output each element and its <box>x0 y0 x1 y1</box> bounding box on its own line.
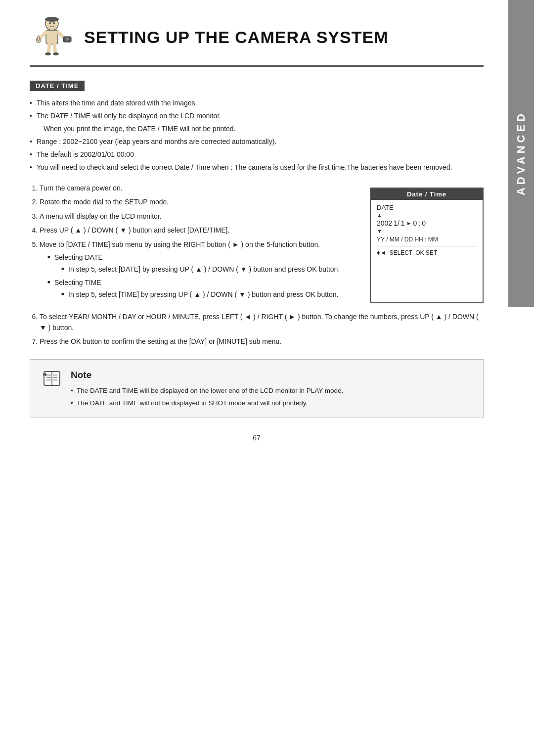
step-3: A menu will display on the LCD monitor. <box>40 211 355 222</box>
mascot-icon <box>30 15 74 59</box>
steps-list: Turn the camera power on. Rotate the mod… <box>30 183 355 300</box>
bullet-item-1: This alters the time and date stored wit… <box>30 98 484 108</box>
header-section: SETTING UP THE CAMERA SYSTEM <box>30 15 484 67</box>
step-6: To select YEAR/ MONTH / DAY or HOUR / MI… <box>40 311 484 333</box>
steps-col: Turn the camera power on. Rotate the mod… <box>30 183 355 303</box>
bullet-list: This alters the time and date stored wit… <box>30 98 484 173</box>
note-icon-area <box>41 368 63 389</box>
note-bullet-1: The DATE and TIME will be displayed on t… <box>71 385 472 396</box>
lcd-box: Date / Time DATE ▲ 2002 1/ 1 ► 0 : 0 ▼ Y… <box>370 188 484 303</box>
bullet-item-4: Range : 2002~2100 year (leap years and m… <box>30 137 484 147</box>
bullet-item-2: The DATE / TIME will only be displayed o… <box>30 111 484 121</box>
bullet-item-3: When you print the image, the DATE / TIM… <box>30 124 484 134</box>
svg-line-12 <box>48 44 49 53</box>
note-bullets: The DATE and TIME will be displayed on t… <box>71 385 472 408</box>
lcd-year: 2002 <box>377 219 392 227</box>
lcd-ok-label: OK SET <box>415 249 437 256</box>
page-container: ADVANCED <box>0 0 534 756</box>
bullet-item-5: The default is 2002/01/01 00:00 <box>30 149 484 160</box>
page-number: 67 <box>30 434 484 442</box>
svg-point-9 <box>66 38 69 41</box>
sidebar-label: ADVANCED <box>515 111 528 195</box>
lcd-date-label: DATE <box>377 204 477 211</box>
lcd-nav-arrows: ♦◄ <box>377 249 387 256</box>
svg-point-14 <box>45 52 51 55</box>
selecting-date-label: Selecting DATE In step 5, select [DATE] … <box>47 252 355 275</box>
lcd-title-bar: Date / Time <box>371 189 483 200</box>
selecting-time-detail: In step 5, select [TIME] by pressing UP … <box>54 289 355 300</box>
lcd-date-value: 2002 1/ 1 ► 0 : 0 <box>377 219 477 227</box>
selecting-date-detail: In step 5, select [DATE] by pressing UP … <box>54 264 355 275</box>
lcd-arrow-up: ▲ <box>377 212 477 218</box>
note-content: Note The DATE and TIME will be displayed… <box>71 368 472 410</box>
lcd-footer: ♦◄ SELECT OK SET <box>377 246 477 256</box>
step-7: Press the OK button to confirm the setti… <box>40 336 484 347</box>
lcd-arrow-down: ▼ <box>377 228 477 234</box>
svg-rect-2 <box>48 17 55 20</box>
svg-rect-11 <box>38 36 40 41</box>
note-icon <box>41 368 63 389</box>
svg-line-13 <box>54 44 55 53</box>
step-5-sublist: Selecting DATE In step 5, select [DATE] … <box>40 252 355 300</box>
step-5-text: Move to [DATE / TIME] sub menu by using … <box>40 240 320 248</box>
note-box: Note The DATE and TIME will be displayed… <box>30 359 484 419</box>
main-content: SETTING UP THE CAMERA SYSTEM DATE / TIME… <box>0 0 508 462</box>
selecting-date-text: In step 5, select [DATE] by pressing UP … <box>61 264 355 275</box>
bullet-item-6: You will need to check and select the co… <box>30 162 484 173</box>
lcd-hour: 0 <box>413 219 417 227</box>
note-title: Note <box>71 368 472 382</box>
note-bullet-2: The DATE and TIME will not be displayed … <box>71 398 472 409</box>
step-1: Turn the camera power on. <box>40 183 355 193</box>
step-4: Press UP ( ▲ ) / DOWN ( ▼ ) button and s… <box>40 225 355 236</box>
lcd-format-row: YY / MM / DD HH : MM <box>377 236 477 243</box>
lcd-colon: : <box>418 219 420 227</box>
step-2: Rotate the mode dial to the SETUP mode. <box>40 196 355 207</box>
two-col: Turn the camera power on. Rotate the mod… <box>30 183 484 303</box>
svg-point-15 <box>53 52 59 55</box>
lcd-triangle: ► <box>406 220 412 226</box>
svg-point-4 <box>53 22 55 24</box>
svg-rect-5 <box>46 30 58 44</box>
steps-continued: To select YEAR/ MONTH / DAY or HOUR / MI… <box>30 311 484 347</box>
step-5: Move to [DATE / TIME] sub menu by using … <box>40 239 355 300</box>
lcd-body: DATE ▲ 2002 1/ 1 ► 0 : 0 ▼ YY / MM / DD … <box>371 200 483 260</box>
lcd-day: 1 <box>401 219 405 227</box>
lcd-select-label: SELECT <box>390 249 413 256</box>
steps-list-cont: To select YEAR/ MONTH / DAY or HOUR / MI… <box>30 311 484 347</box>
section-badge: DATE / TIME <box>30 81 85 91</box>
selecting-time-label: Selecting TIME In step 5, select [TIME] … <box>47 277 355 300</box>
svg-point-3 <box>49 22 51 24</box>
selecting-time-text: In step 5, select [TIME] by pressing UP … <box>61 289 355 300</box>
lcd-sep1: 1/ <box>394 219 400 227</box>
sidebar-advanced: ADVANCED <box>508 0 534 307</box>
page-title: SETTING UP THE CAMERA SYSTEM <box>84 28 389 47</box>
lcd-minute: 0 <box>422 219 426 227</box>
